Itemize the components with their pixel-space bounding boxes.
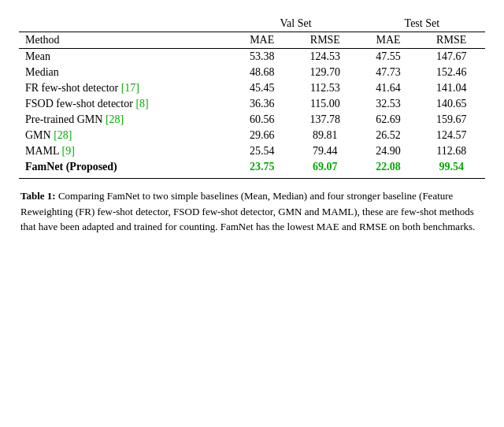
mae-val-header: MAE bbox=[232, 32, 291, 49]
method-cell: Median bbox=[19, 65, 232, 80]
rmse-test-cell: 147.67 bbox=[417, 49, 485, 65]
method-group-empty bbox=[19, 16, 232, 32]
rmse-val-cell: 137.78 bbox=[291, 112, 359, 128]
mae-val-cell: 60.56 bbox=[232, 112, 291, 128]
table-row: FSOD few-shot detector [8]36.36115.0032.… bbox=[19, 96, 485, 112]
rmse-val-cell: 69.07 bbox=[291, 159, 359, 179]
mae-val-cell: 36.36 bbox=[232, 96, 291, 112]
rmse-val-header: RMSE bbox=[291, 32, 359, 49]
rmse-val-cell: 89.81 bbox=[291, 128, 359, 143]
method-cell: Pre-trained GMN [28] bbox=[19, 112, 232, 128]
mae-test-cell: 22.08 bbox=[359, 159, 418, 179]
rmse-test-cell: 159.67 bbox=[417, 112, 485, 128]
mae-val-cell: 53.38 bbox=[232, 49, 291, 65]
column-group-header: Val Set Test Set bbox=[19, 16, 485, 32]
rmse-test-cell: 141.04 bbox=[417, 80, 485, 96]
rmse-test-cell: 112.68 bbox=[417, 143, 485, 159]
mae-val-cell: 23.75 bbox=[232, 159, 291, 179]
mae-val-cell: 25.54 bbox=[232, 143, 291, 159]
mae-test-cell: 62.69 bbox=[359, 112, 418, 128]
method-cell: FamNet (Proposed) bbox=[19, 159, 232, 179]
method-cell: Mean bbox=[19, 49, 232, 65]
rmse-test-header: RMSE bbox=[417, 32, 485, 49]
rmse-val-cell: 129.70 bbox=[291, 65, 359, 80]
rmse-test-cell: 99.54 bbox=[417, 159, 485, 179]
mae-test-cell: 32.53 bbox=[359, 96, 418, 112]
mae-test-cell: 47.73 bbox=[359, 65, 418, 80]
mae-test-cell: 41.64 bbox=[359, 80, 418, 96]
table-row: GMN [28]29.6689.8126.52124.57 bbox=[19, 128, 485, 143]
table-row: FR few-shot detector [17]45.45112.5341.6… bbox=[19, 80, 485, 96]
rmse-val-cell: 124.53 bbox=[291, 49, 359, 65]
rmse-val-cell: 79.44 bbox=[291, 143, 359, 159]
mae-val-cell: 29.66 bbox=[232, 128, 291, 143]
table-row: FamNet (Proposed)23.7569.0722.0899.54 bbox=[19, 159, 485, 179]
rmse-val-cell: 112.53 bbox=[291, 80, 359, 96]
rmse-val-cell: 115.00 bbox=[291, 96, 359, 112]
mae-test-cell: 24.90 bbox=[359, 143, 418, 159]
table-row: MAML [9]25.5479.4424.90112.68 bbox=[19, 143, 485, 159]
results-table: Val Set Test Set Method MAE RMSE MAE RMS… bbox=[19, 16, 485, 179]
method-cell: GMN [28] bbox=[19, 128, 232, 143]
caption-text: Comparing FamNet to two simple baselines… bbox=[20, 190, 475, 232]
mae-val-cell: 45.45 bbox=[232, 80, 291, 96]
mae-test-cell: 26.52 bbox=[359, 128, 418, 143]
table-row: Mean53.38124.5347.55147.67 bbox=[19, 49, 485, 65]
test-set-header: Test Set bbox=[359, 16, 485, 32]
val-set-header: Val Set bbox=[232, 16, 358, 32]
mae-test-header: MAE bbox=[359, 32, 418, 49]
mae-test-cell: 47.55 bbox=[359, 49, 418, 65]
method-cell: MAML [9] bbox=[19, 143, 232, 159]
rmse-test-cell: 124.57 bbox=[417, 128, 485, 143]
table-body: Mean53.38124.5347.55147.67Median48.68129… bbox=[19, 49, 485, 179]
table-container: Val Set Test Set Method MAE RMSE MAE RMS… bbox=[19, 16, 485, 235]
column-header-row: Method MAE RMSE MAE RMSE bbox=[19, 32, 485, 49]
rmse-test-cell: 140.65 bbox=[417, 96, 485, 112]
rmse-test-cell: 152.46 bbox=[417, 65, 485, 80]
mae-val-cell: 48.68 bbox=[232, 65, 291, 80]
caption-label: Table 1: bbox=[20, 190, 56, 202]
table-caption: Table 1: Comparing FamNet to two simple … bbox=[19, 188, 485, 235]
method-cell: FR few-shot detector [17] bbox=[19, 80, 232, 96]
table-row: Pre-trained GMN [28]60.56137.7862.69159.… bbox=[19, 112, 485, 128]
table-row: Median48.68129.7047.73152.46 bbox=[19, 65, 485, 80]
method-col-header: Method bbox=[19, 32, 232, 49]
method-cell: FSOD few-shot detector [8] bbox=[19, 96, 232, 112]
